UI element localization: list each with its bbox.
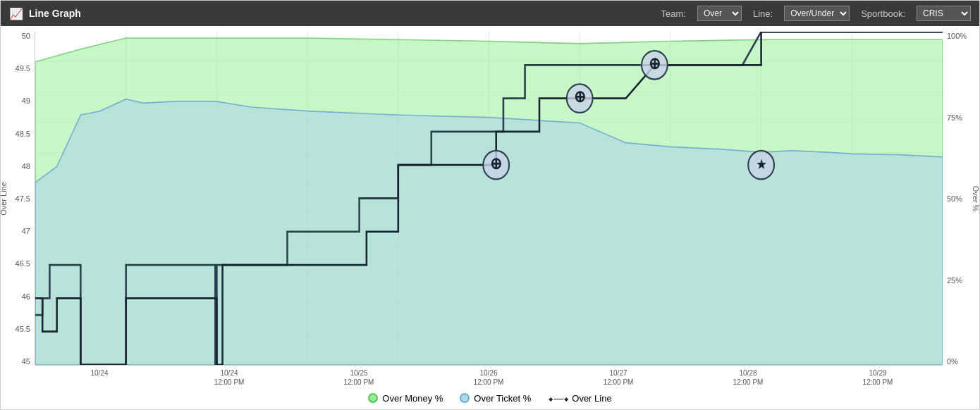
x-tick-date: 10/24 — [35, 368, 164, 378]
legend-dot-blue — [460, 393, 470, 403]
legend-dot-green — [368, 393, 378, 403]
x-tick-1026-noon: 10/26 12:00 PM — [424, 368, 553, 387]
y-left-tick-49: 49 — [22, 97, 30, 105]
legend-item-line: ⬥—⬥ Over Line — [548, 392, 611, 404]
y-axis-right: 100% 75% 50% 25% 0% Over % — [943, 32, 974, 366]
x-tick-time: 12:00 PM — [553, 378, 683, 387]
y-left-label: Over Line — [1, 182, 8, 216]
line-select[interactable]: Over/Under Spread Moneyline — [784, 6, 850, 21]
x-tick-time: 12:00 PM — [294, 378, 424, 387]
y-left-tick-45: 45 — [22, 357, 30, 366]
legend-item-money: Over Money % — [368, 393, 443, 404]
chart-area: Over Line 50 49.5 49 48.5 48 47.5 47 46.… — [1, 26, 979, 409]
x-tick-1024: 10/24 — [35, 368, 164, 387]
y-right-label: Over % — [972, 186, 979, 212]
team-select[interactable]: Over Under — [697, 6, 742, 21]
x-tick-time: 12:00 PM — [683, 378, 813, 387]
y-left-tick-47: 47 — [22, 227, 30, 235]
header: 📈 Line Graph Team: Over Under Line: Over… — [1, 1, 979, 26]
x-tick-1024-noon: 10/24 12:00 PM — [164, 368, 294, 387]
y-axis-left: Over Line 50 49.5 49 48.5 48 47.5 47 46.… — [6, 32, 35, 366]
x-tick-date: 10/24 — [164, 368, 294, 378]
x-tick-date: 10/29 — [813, 368, 943, 378]
marker-plus-2: ⊕ — [574, 88, 586, 106]
header-controls: Team: Over Under Line: Over/Under Spread… — [661, 6, 971, 21]
x-tick-time: 12:00 PM — [164, 378, 294, 387]
y-left-tick-475: 47.5 — [16, 194, 30, 203]
x-tick-date: 10/27 — [553, 368, 683, 378]
legend-label-money: Over Money % — [382, 393, 443, 404]
main-container: 📈 Line Graph Team: Over Under Line: Over… — [0, 0, 980, 410]
header-title-group: 📈 Line Graph — [9, 7, 81, 20]
legend-label-ticket: Over Ticket % — [474, 393, 531, 404]
y-right-tick-0: 0% — [947, 357, 958, 366]
y-right-tick-25: 25% — [947, 276, 962, 285]
line-graph-icon: 📈 — [9, 7, 23, 20]
x-axis: 10/24 10/24 12:00 PM 10/25 12:00 PM 10/2… — [6, 368, 974, 387]
x-tick-1028-noon: 10/28 12:00 PM — [683, 368, 813, 387]
marker-plus-1: ⊕ — [490, 155, 502, 173]
y-right-tick-50: 50% — [947, 194, 962, 203]
y-left-tick-48: 48 — [22, 162, 30, 170]
legend: Over Money % Over Ticket % ⬥—⬥ Over Line — [6, 387, 974, 406]
legend-label-line: Over Line — [572, 393, 611, 404]
x-tick-date: 10/26 — [424, 368, 553, 378]
y-left-tick-46: 46 — [22, 292, 30, 301]
x-tick-1025-noon: 10/25 12:00 PM — [294, 368, 424, 387]
y-left-tick-50: 50 — [22, 32, 30, 40]
y-left-tick-485: 48.5 — [16, 130, 30, 138]
marker-star: ★ — [756, 156, 767, 172]
line-label: Line: — [753, 8, 773, 19]
y-left-tick-455: 45.5 — [16, 325, 30, 333]
x-tick-date: 10/28 — [683, 368, 813, 378]
y-left-tick-495: 49.5 — [16, 64, 30, 73]
marker-plus-3: ⊕ — [649, 55, 661, 73]
sportbook-label: Sportbook: — [861, 8, 905, 19]
x-tick-time: 12:00 PM — [424, 378, 553, 387]
sportbook-select[interactable]: CRIS Pinnacle 5Dimes — [917, 6, 971, 21]
page-title: Line Graph — [29, 8, 81, 19]
y-right-tick-75: 75% — [947, 113, 962, 122]
x-tick-date: 10/25 — [294, 368, 424, 378]
chart-plot: ⊕ ⊕ ⊕ ★ — [35, 32, 943, 366]
x-tick-1027-noon: 10/27 12:00 PM — [553, 368, 683, 387]
team-label: Team: — [661, 8, 686, 19]
legend-line-symbol: ⬥—⬥ — [548, 392, 569, 404]
chart-wrapper: Over Line 50 49.5 49 48.5 48 47.5 47 46.… — [6, 32, 974, 366]
chart-svg: ⊕ ⊕ ⊕ ★ — [35, 32, 943, 365]
x-tick-time: 12:00 PM — [813, 378, 943, 387]
x-tick-1029-noon: 10/29 12:00 PM — [813, 368, 943, 387]
y-left-tick-465: 46.5 — [16, 259, 30, 268]
legend-item-ticket: Over Ticket % — [460, 393, 531, 404]
y-right-tick-100: 100% — [947, 32, 967, 40]
